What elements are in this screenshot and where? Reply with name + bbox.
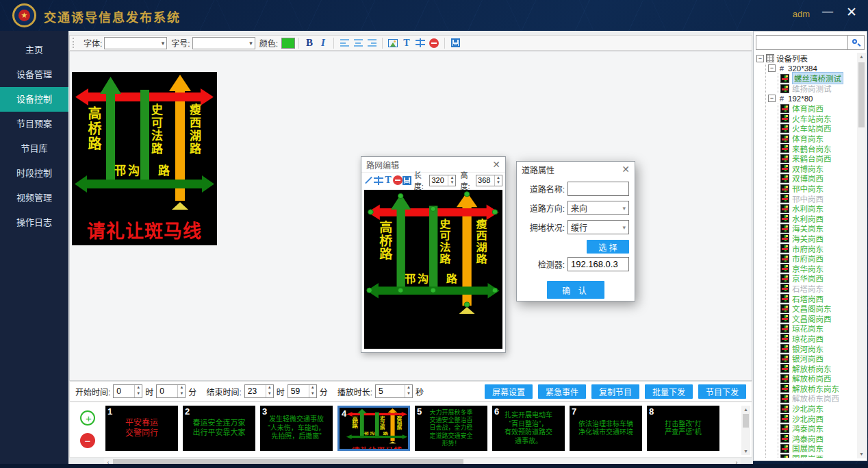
start-hour-input[interactable] xyxy=(114,385,134,397)
program-thumbnail-6[interactable]: 6扎实开展电动车“百日整治”，有效预防道路交通事故。 xyxy=(492,406,565,451)
device-item[interactable]: 解放桥东岗西 xyxy=(780,393,856,404)
search-button[interactable] xyxy=(848,35,865,50)
start-hour-stepper[interactable]: ▲▼ xyxy=(113,384,142,398)
duration-stepper[interactable]: ▲▼ xyxy=(375,384,413,398)
device-item[interactable]: 石塔岗东 xyxy=(780,284,856,294)
device-item[interactable]: 水利岗东 xyxy=(780,204,856,214)
scrollbar-thumb[interactable] xyxy=(858,62,865,127)
device-item[interactable]: 石塔岗西 xyxy=(780,293,856,304)
align-center-button[interactable] xyxy=(351,36,365,49)
start-minute-input[interactable] xyxy=(157,385,177,397)
spinner-arrows[interactable]: ▲▼ xyxy=(405,385,412,397)
device-item[interactable]: 海关岗西 xyxy=(780,234,856,244)
device-item[interactable]: 邗中岗东 xyxy=(780,184,856,194)
scroll-up-icon[interactable]: ▲ xyxy=(741,406,750,413)
device-item[interactable]: 银河岗东 xyxy=(780,343,856,354)
end-hour-stepper[interactable]: ▲▼ xyxy=(244,384,274,398)
spinner-arrows[interactable]: ▲▼ xyxy=(134,385,142,397)
sign-preview-panel[interactable]: 高桥路史可法路瘦西湖路邗沟路请礼让斑马线 xyxy=(72,72,217,245)
action-button-3[interactable]: 复制节目 xyxy=(591,384,639,399)
size-select[interactable]: ▾ xyxy=(192,37,255,49)
device-item[interactable]: 琼花岗东 xyxy=(780,323,856,334)
program-vertical-scrollbar[interactable]: ▲ ▼ xyxy=(741,406,750,455)
program-thumbnail-7[interactable]: 7依法治理非标车辆净化城市交通环境 xyxy=(570,406,642,451)
device-item[interactable]: 解放桥岗西 xyxy=(780,373,856,384)
program-thumbnail-3[interactable]: 3发生轻微交通事故“人未伤，车能动，先拍照，后撤离” xyxy=(260,406,333,451)
draw-line-button[interactable] xyxy=(364,174,374,187)
program-thumbnail-1[interactable]: 1平安春运交警同行 xyxy=(105,406,178,451)
spinner-arrows[interactable]: ▲▼ xyxy=(448,175,455,186)
device-item[interactable]: 螺丝湾桥测试 xyxy=(780,73,856,84)
spinner-arrows[interactable]: ▲▼ xyxy=(494,175,502,186)
program-thumbnail-2[interactable]: 2春运安全连万家出行平安靠大家 xyxy=(183,406,255,451)
remove-program-button[interactable]: − xyxy=(80,433,95,448)
device-item[interactable]: 双博岗东 xyxy=(780,164,856,174)
collapse-icon[interactable]: − xyxy=(768,95,776,102)
device-item[interactable]: 来鹤台岗西 xyxy=(780,153,856,164)
program-thumbnail-4[interactable]: 4高桥路史可法路瘦西湖路邗沟路请礼让斑马线 xyxy=(337,406,410,451)
device-search-input[interactable] xyxy=(756,35,848,50)
insert-text-button[interactable]: T xyxy=(400,36,413,49)
action-button-5[interactable]: 节目下发 xyxy=(698,384,746,399)
scroll-up-icon[interactable]: ▲ xyxy=(857,53,866,61)
scrollbar-thumb[interactable] xyxy=(743,414,749,428)
color-swatch[interactable] xyxy=(281,38,295,49)
tree-group-192*80[interactable]: −#192*80 xyxy=(768,93,856,103)
height-spinner[interactable]: ▲▼ xyxy=(476,175,502,186)
device-item[interactable]: 火车站岗东 xyxy=(780,114,856,124)
font-select[interactable]: ▾ xyxy=(104,37,167,49)
sidebar-item-6[interactable]: 时段控制 xyxy=(0,161,68,186)
spinner-arrows[interactable]: ▲▼ xyxy=(266,385,273,397)
length-input[interactable] xyxy=(430,175,448,186)
road-direction-select[interactable]: 来向▾ xyxy=(567,201,629,215)
device-item[interactable]: 邗中岗西 xyxy=(780,193,856,204)
delete-button[interactable] xyxy=(393,174,403,187)
tree-root[interactable]: −设备列表 xyxy=(756,53,856,64)
minimize-button[interactable]: — xyxy=(821,5,834,18)
italic-button[interactable]: I xyxy=(316,36,330,49)
detector-input[interactable] xyxy=(567,257,629,271)
device-item[interactable]: 沙北岗东 xyxy=(780,404,856,414)
device-item[interactable]: 双博岗西 xyxy=(780,173,856,184)
end-minute-input[interactable] xyxy=(288,385,309,397)
device-item[interactable]: 解放桥东岗东 xyxy=(780,384,856,394)
sidebar-item-1[interactable]: 主页 xyxy=(0,38,68,62)
sidebar-item-5[interactable]: 节目库 xyxy=(0,136,68,161)
sidebar-item-2[interactable]: 设备管理 xyxy=(0,62,68,87)
device-item[interactable]: 文昌阁岗西 xyxy=(780,313,856,323)
device-item[interactable]: 海关岗东 xyxy=(780,223,856,234)
add-program-button[interactable]: + xyxy=(80,410,95,426)
device-item[interactable]: 鸿泰岗东 xyxy=(780,423,856,434)
action-button-2[interactable]: 紧急事件 xyxy=(538,384,586,399)
device-item[interactable]: 琼花岗西 xyxy=(780,334,856,344)
device-item[interactable]: 国展岗东 xyxy=(780,443,856,454)
device-item[interactable]: 银河岗西 xyxy=(780,354,856,364)
insert-text-button[interactable]: T xyxy=(383,174,393,187)
bold-button[interactable]: B xyxy=(303,36,316,49)
sidebar-item-4[interactable]: 节目预案 xyxy=(0,112,68,136)
device-item[interactable]: 市府岗西 xyxy=(780,254,856,264)
sidebar-item-8[interactable]: 操作日志 xyxy=(0,210,68,235)
device-item[interactable]: 水利岗西 xyxy=(780,214,856,224)
scroll-down-icon[interactable]: ▼ xyxy=(857,450,866,458)
action-button-4[interactable]: 批量下发 xyxy=(645,384,693,399)
device-tree-scrollbar[interactable]: ▲ ▼ xyxy=(857,53,866,458)
duration-input[interactable] xyxy=(376,385,405,397)
device-item[interactable]: 体育岗东 xyxy=(780,134,856,144)
road-name-input[interactable] xyxy=(567,182,629,196)
congestion-select[interactable]: 缓行▾ xyxy=(567,220,629,234)
program-thumbnail-5[interactable]: 5大力开展秋冬季交通安全整治百日会战，全力稳定道路交通安全形势！ xyxy=(415,406,487,451)
program-thumbnail-8[interactable]: 8打击整改“灯严查严惩“机 xyxy=(647,406,719,451)
road-editor-canvas[interactable]: 高桥路史可法路瘦西湖路邗沟路 xyxy=(364,190,502,349)
device-item[interactable]: 火车站岗西 xyxy=(780,123,856,134)
edit-canvas[interactable]: 高桥路史可法路瘦西湖路邗沟路请礼让斑马线 路网编辑 ✕ T 长度: ▲▼ xyxy=(69,51,752,381)
confirm-button[interactable]: 确 认 xyxy=(547,281,604,299)
device-item[interactable]: 京华岗东 xyxy=(780,263,856,273)
device-item[interactable]: 国展岗西 xyxy=(780,454,856,458)
end-hour-input[interactable] xyxy=(245,385,266,397)
sidebar-item-7[interactable]: 视频管理 xyxy=(0,186,68,210)
device-item[interactable]: 市府岗东 xyxy=(780,243,856,254)
close-icon[interactable]: ✕ xyxy=(622,164,630,175)
sidebar-item-3[interactable]: 设备控制 xyxy=(0,87,68,112)
device-item[interactable]: 鸿泰岗西 xyxy=(780,434,856,444)
